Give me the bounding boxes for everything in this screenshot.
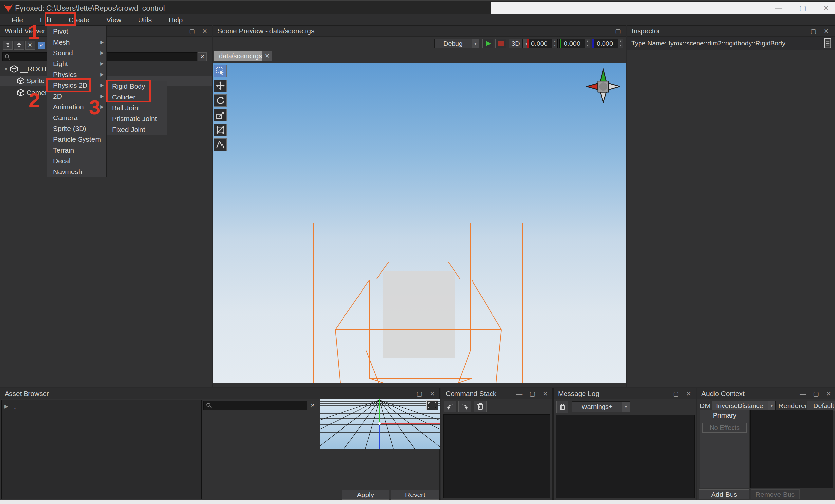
menu-item-prismatic-joint[interactable]: Prismatic Joint <box>107 113 167 124</box>
audio-bus-strip[interactable]: Primary No Effects <box>700 410 750 488</box>
asset-search-input[interactable] <box>203 401 307 410</box>
play-icon <box>484 40 491 47</box>
coord-x-spinner[interactable]: ▲▼ <box>552 39 557 48</box>
coord-y-spinner[interactable]: ▲▼ <box>585 39 590 48</box>
apply-button[interactable]: Apply <box>342 489 389 500</box>
terrain-tool-button[interactable] <box>214 139 227 151</box>
close-icon[interactable]: ✕ <box>686 388 691 399</box>
dimension-value: 3D <box>511 40 520 47</box>
coord-z-value: 0.000 <box>594 39 617 48</box>
command-stack-title: Command Stack <box>446 390 496 397</box>
collapse-all-button[interactable] <box>3 41 13 50</box>
document-icon[interactable] <box>823 38 833 49</box>
maximize-icon[interactable]: ▢ <box>615 26 621 37</box>
build-mode-dropdown[interactable]: Debug <box>434 39 472 48</box>
clear-log-button[interactable] <box>556 401 568 413</box>
add-bus-label: Add Bus <box>711 490 737 499</box>
close-icon[interactable]: ✕ <box>430 388 435 399</box>
submenu-arrow-icon: ▶ <box>100 91 104 102</box>
minimize-icon[interactable]: — <box>516 388 522 399</box>
scale-tool-button[interactable] <box>214 109 227 121</box>
message-log-header: Message Log ▢ ✕ <box>554 388 696 399</box>
log-filter-value: Warnings+ <box>581 403 612 411</box>
scene-viewport[interactable] <box>213 63 626 383</box>
menu-help[interactable]: Help <box>160 15 191 25</box>
submenu-arrow-icon: ▶ <box>100 58 104 69</box>
expand-all-button[interactable] <box>14 41 24 50</box>
trash-icon <box>558 403 566 411</box>
clear-search-button[interactable]: ✕ <box>198 52 207 61</box>
close-icon[interactable]: ✕ <box>826 388 831 399</box>
stop-button[interactable] <box>495 39 506 48</box>
maximize-icon[interactable]: ▢ <box>813 388 819 399</box>
maximize-icon[interactable]: ▢ <box>189 26 195 37</box>
scene-preview-panel: Scene Preview - data/scene.rgs ▢ Debug ▼… <box>213 25 626 387</box>
coord-x-value: 0.000 <box>529 39 552 48</box>
log-filter-dropdown[interactable]: Warnings+ <box>572 401 622 412</box>
close-icon[interactable]: ✕ <box>543 388 548 399</box>
menu-item-pivot[interactable]: Pivot <box>47 26 106 37</box>
coord-y-field[interactable]: 0.000 ▲▼ <box>559 39 590 48</box>
build-mode-arrow[interactable]: ▼ <box>472 39 480 48</box>
maximize-icon[interactable]: ▢ <box>799 4 806 13</box>
minimize-icon[interactable]: — <box>797 26 803 37</box>
menu-item-light[interactable]: Light▶ <box>47 58 106 69</box>
menu-item-particle-system[interactable]: Particle System <box>47 134 106 145</box>
menu-item-decal[interactable]: Decal <box>47 155 106 166</box>
orientation-gizmo-icon[interactable] <box>585 67 623 105</box>
chevron-right-icon[interactable]: ▶ <box>4 403 8 410</box>
asset-root-item[interactable]: . <box>14 403 16 411</box>
dimension-dropdown[interactable]: 3D <box>509 39 523 48</box>
maximize-icon[interactable]: ▢ <box>811 26 816 37</box>
close-icon[interactable]: ✕ <box>823 26 829 37</box>
menu-item-mesh[interactable]: Mesh▶ <box>47 37 106 47</box>
menu-file[interactable]: File <box>3 15 32 25</box>
play-button[interactable] <box>482 39 493 48</box>
menu-view[interactable]: View <box>98 15 130 25</box>
cube-icon <box>10 65 18 73</box>
rotate-tool-button[interactable] <box>214 94 227 107</box>
coord-x-field[interactable]: 0.000 ▲▼ <box>527 39 558 48</box>
scene-tab-close[interactable]: ✕ <box>262 51 272 61</box>
menu-item-fixed-joint[interactable]: Fixed Joint <box>107 124 167 135</box>
expand-preview-icon[interactable] <box>426 400 438 410</box>
scene-tab[interactable]: data/scene.rgs <box>215 51 267 61</box>
clear-asset-search-button[interactable]: ✕ <box>308 401 317 410</box>
menu-utils[interactable]: Utils <box>130 15 160 25</box>
build-mode-value: Debug <box>443 40 463 47</box>
submenu-arrow-icon: ▶ <box>100 69 104 80</box>
redo-button[interactable] <box>459 401 471 412</box>
coord-z-field[interactable]: 0.000 ▲▼ <box>592 39 623 48</box>
asset-preview-thumbnail[interactable] <box>320 399 440 449</box>
bus-name: Primary <box>700 412 749 419</box>
menu-item-sound[interactable]: Sound▶ <box>47 47 106 58</box>
message-log-panel: Message Log ▢ ✕ Warnings+ ▼ <box>553 388 696 500</box>
menu-item-terrain[interactable]: Terrain <box>47 145 106 155</box>
clear-command-stack-button[interactable] <box>474 401 487 412</box>
navmesh-edit-tool-button[interactable] <box>214 124 227 136</box>
coord-z-spinner[interactable]: ▲▼ <box>617 39 623 48</box>
minimize-icon[interactable]: — <box>775 4 782 13</box>
maximize-icon[interactable]: ▢ <box>416 388 422 399</box>
remove-bus-button[interactable]: Remove Bus <box>751 489 800 499</box>
menu-item-navmesh[interactable]: Navmesh <box>47 166 106 177</box>
minimize-icon[interactable]: — <box>800 388 806 399</box>
search-icon <box>206 402 212 409</box>
close-icon[interactable]: ✕ <box>823 4 829 13</box>
close-icon[interactable]: ✕ <box>202 26 207 37</box>
menu-item-sprite-3d[interactable]: Sprite (3D) <box>47 123 106 134</box>
revert-button[interactable]: Revert <box>391 489 440 500</box>
maximize-icon[interactable]: ▢ <box>529 388 535 399</box>
add-bus-button[interactable]: Add Bus <box>699 489 749 499</box>
maximize-icon[interactable]: ▢ <box>673 388 679 399</box>
chevron-down-icon[interactable]: ▼ <box>4 66 8 72</box>
log-filter-arrow[interactable]: ▼ <box>622 401 630 412</box>
move-tool-button[interactable] <box>214 80 227 92</box>
expand-all-icon <box>16 42 22 48</box>
annotation-step-3: 3 <box>89 96 100 119</box>
undo-button[interactable] <box>444 401 456 412</box>
audio-context-header: Audio Context — ▢ ✕ <box>697 388 835 399</box>
trash-icon <box>477 402 484 411</box>
select-tool-button[interactable] <box>214 65 227 77</box>
menu-item-ball-joint[interactable]: Ball Joint <box>107 102 167 113</box>
